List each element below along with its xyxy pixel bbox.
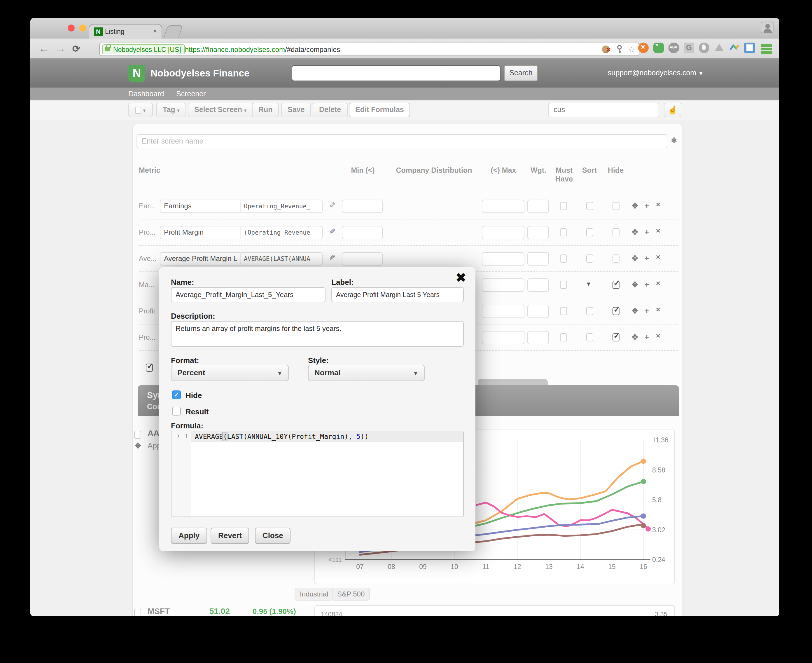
delete-icon[interactable]: ✕ (655, 201, 660, 208)
edit-formulas-button[interactable]: Edit Formulas (349, 103, 410, 117)
cookie-blocked-icon[interactable]: ✕ (602, 45, 612, 54)
search-button[interactable]: Search (504, 65, 538, 81)
delete-button[interactable]: Delete (313, 103, 347, 117)
metric-formula-input[interactable]: AVERAGE(LAST(ANNUA (241, 252, 323, 265)
sort-checkbox[interactable] (586, 202, 593, 210)
delete-icon[interactable]: ✕ (655, 280, 660, 286)
move-icon[interactable]: ✥ (632, 228, 638, 236)
apply-button[interactable]: Apply (171, 527, 207, 544)
label-input[interactable]: Average Profit Margin Last 5 Years (331, 287, 464, 302)
boomerang-extension-icon[interactable] (729, 43, 740, 53)
min-input[interactable] (342, 200, 383, 213)
add-icon[interactable]: + (644, 201, 649, 210)
move-icon[interactable]: ✥ (135, 441, 141, 450)
move-icon[interactable]: ✥ (632, 306, 638, 315)
hide-checkbox[interactable] (612, 254, 620, 263)
orange-extension-icon[interactable]: ✳ (638, 43, 649, 53)
pencil-icon[interactable]: ✎ (329, 201, 336, 210)
must-have-checkbox[interactable] (560, 202, 567, 210)
max-input[interactable] (482, 226, 525, 239)
must-have-checkbox[interactable] (560, 228, 567, 236)
filter-input[interactable]: cus (548, 103, 659, 117)
must-have-checkbox[interactable] (560, 307, 567, 315)
formula-editor[interactable]: i 1 AVERAGE(LAST(ANNUAL_10Y(Profit_Margi… (171, 431, 464, 517)
move-icon[interactable]: ✥ (632, 201, 638, 210)
aapl-checkbox[interactable] (134, 431, 141, 439)
must-have-checkbox[interactable] (560, 254, 567, 263)
profile-icon[interactable] (761, 22, 773, 33)
max-input[interactable] (482, 252, 525, 265)
must-have-checkbox[interactable] (560, 333, 567, 341)
tab-close-icon[interactable]: × (153, 27, 157, 34)
g-extension-icon[interactable]: G (684, 43, 694, 53)
result-checkbox[interactable] (172, 407, 181, 416)
sort-checkbox[interactable] (586, 254, 593, 263)
add-icon[interactable]: + (644, 228, 649, 236)
delete-icon[interactable]: ✕ (655, 254, 660, 260)
tag-chip-industrial[interactable]: Industrial (295, 588, 333, 600)
min-input[interactable] (342, 226, 383, 239)
wgt-input[interactable] (527, 226, 549, 239)
select-screen-dropdown[interactable]: Select Screen ▾ (188, 103, 253, 117)
sort-checkbox[interactable] (586, 307, 593, 315)
hangouts-icon[interactable]: ❞ (653, 43, 664, 53)
close-window-button[interactable] (68, 24, 75, 32)
wgt-input[interactable] (527, 305, 549, 318)
pointer-hand-button[interactable]: ☝ (664, 103, 681, 117)
select-all-dropdown[interactable]: ▾ (128, 103, 153, 117)
min-input[interactable] (342, 252, 383, 265)
save-button[interactable]: Save (281, 103, 311, 117)
move-icon[interactable]: ✥ (632, 254, 638, 263)
max-input[interactable] (482, 278, 525, 292)
wgt-input[interactable] (527, 252, 549, 265)
delete-icon[interactable]: ✕ (655, 306, 660, 313)
drive-icon[interactable] (714, 43, 725, 53)
tag-chip-sp500[interactable]: S&P 500 (332, 588, 370, 600)
wgt-input[interactable] (527, 331, 549, 344)
max-input[interactable] (482, 331, 525, 344)
hide-checkbox[interactable] (612, 228, 620, 236)
sort-checkbox[interactable] (586, 228, 593, 236)
gray-circle-extension-icon[interactable] (699, 43, 709, 53)
pencil-icon[interactable]: ✎ (329, 253, 336, 262)
ev-certificate-badge[interactable]: Nobodyelses LLC [US] (102, 44, 185, 54)
delete-icon[interactable]: ✕ (655, 228, 660, 234)
add-icon[interactable]: + (644, 280, 649, 289)
screenshot-extension-icon[interactable] (744, 43, 755, 53)
msft-ticker[interactable]: MSFT (148, 606, 170, 616)
nav-item-screener[interactable]: Screener (176, 90, 206, 98)
run-button[interactable]: Run (252, 103, 279, 117)
adblock-plus-icon[interactable]: ABP (668, 43, 679, 53)
modal-close-icon[interactable]: ✖ (456, 271, 466, 285)
key-icon[interactable] (615, 45, 625, 57)
add-icon[interactable]: + (644, 254, 649, 263)
hide-checkbox[interactable] (172, 390, 181, 399)
metric-name-input[interactable]: Earnings (160, 200, 241, 213)
hide-checkbox[interactable] (612, 202, 620, 210)
new-tab-button[interactable] (164, 25, 183, 38)
add-icon[interactable]: + (644, 333, 649, 341)
metric-name-input[interactable]: Average Profit Margin L (160, 252, 241, 265)
browser-tab[interactable]: N Listing × (89, 24, 162, 39)
screen-name-input[interactable]: Enter screen name (137, 134, 667, 148)
back-button[interactable]: ← (39, 42, 50, 55)
msft-checkbox[interactable] (134, 609, 141, 616)
account-menu[interactable]: support@nobodyelses.com ▼ (608, 69, 704, 77)
nav-item-dashboard[interactable]: Dashboard (128, 90, 164, 98)
name-input[interactable]: Average_Profit_Margin_Last_5_Years (171, 287, 326, 302)
tag-dropdown[interactable]: Tag ▾ (157, 103, 186, 117)
menu-update-icon[interactable] (761, 44, 772, 54)
wgt-input[interactable] (527, 278, 549, 292)
star-bookmark-icon[interactable]: ☆ (628, 45, 635, 57)
format-select[interactable]: Percent▼ (171, 365, 289, 381)
hide-checkbox[interactable] (612, 307, 620, 315)
move-icon[interactable]: ✥ (632, 333, 638, 341)
metric-name-input[interactable]: Profit Margin (160, 226, 241, 239)
sort-checkbox[interactable] (586, 333, 593, 341)
minimize-window-button[interactable] (79, 24, 86, 32)
description-textarea[interactable]: Returns an array of profit margins for t… (171, 321, 464, 347)
wgt-input[interactable] (527, 200, 549, 213)
hide-checkbox[interactable] (612, 281, 620, 289)
style-select[interactable]: Normal▼ (308, 365, 425, 381)
include-checkbox[interactable] (146, 364, 153, 372)
